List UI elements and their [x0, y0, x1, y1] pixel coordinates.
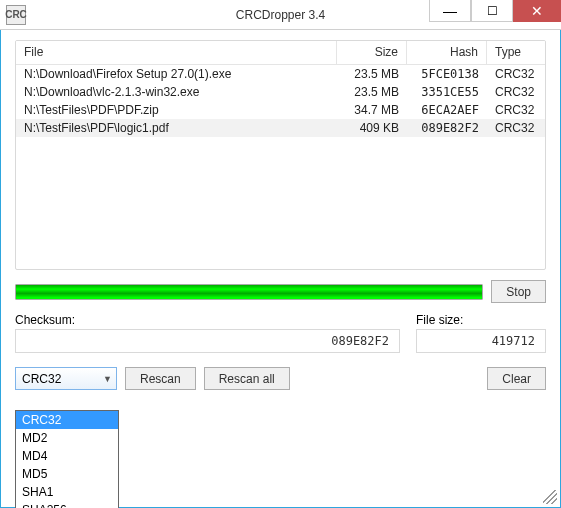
- file-type: CRC32: [487, 121, 545, 135]
- algorithm-selected: CRC32: [22, 372, 61, 386]
- file-path: N:\Download\vlc-2.1.3-win32.exe: [16, 85, 337, 99]
- table-row[interactable]: N:\TestFiles\PDF\logic1.pdf409 KB089E82F…: [16, 119, 545, 137]
- window-title: CRCDropper 3.4: [236, 8, 325, 22]
- table-row[interactable]: N:\Download\vlc-2.1.3-win32.exe23.5 MB33…: [16, 83, 545, 101]
- rescan-all-button[interactable]: Rescan all: [204, 367, 290, 390]
- file-list[interactable]: File Size Hash Type N:\Download\Firefox …: [15, 40, 546, 270]
- app-icon: CRC: [6, 5, 26, 25]
- file-list-header: File Size Hash Type: [16, 41, 545, 65]
- file-type: CRC32: [487, 67, 545, 81]
- algorithm-option[interactable]: MD5: [16, 465, 118, 483]
- file-hash: 089E82F2: [407, 121, 487, 135]
- progress-bar: [15, 284, 483, 300]
- checksum-value[interactable]: 089E82F2: [15, 329, 400, 353]
- file-hash: 6ECA2AEF: [407, 103, 487, 117]
- algorithm-dropdown[interactable]: CRC32MD2MD4MD5SHA1SHA256SHA384SHA512CRC1…: [15, 410, 119, 508]
- file-path: N:\Download\Firefox Setup 27.0(1).exe: [16, 67, 337, 81]
- table-row[interactable]: N:\TestFiles\PDF\PDF.zip34.7 MB6ECA2AEFC…: [16, 101, 545, 119]
- algorithm-option[interactable]: SHA256: [16, 501, 118, 508]
- stop-button[interactable]: Stop: [491, 280, 546, 303]
- file-hash: 3351CE55: [407, 85, 487, 99]
- filesize-label: File size:: [416, 313, 546, 327]
- clear-button[interactable]: Clear: [487, 367, 546, 390]
- titlebar[interactable]: CRC CRCDropper 3.4 — ☐ ✕: [0, 0, 561, 30]
- minimize-button[interactable]: —: [429, 0, 471, 22]
- file-hash: 5FCE0138: [407, 67, 487, 81]
- column-size[interactable]: Size: [337, 41, 407, 64]
- algorithm-select[interactable]: CRC32 ▼: [15, 367, 117, 390]
- algorithm-option[interactable]: MD2: [16, 429, 118, 447]
- window-body: File Size Hash Type N:\Download\Firefox …: [0, 30, 561, 508]
- algorithm-option[interactable]: CRC32: [16, 411, 118, 429]
- file-path: N:\TestFiles\PDF\PDF.zip: [16, 103, 337, 117]
- file-size: 23.5 MB: [337, 85, 407, 99]
- file-type: CRC32: [487, 103, 545, 117]
- file-size: 23.5 MB: [337, 67, 407, 81]
- table-row[interactable]: N:\Download\Firefox Setup 27.0(1).exe23.…: [16, 65, 545, 83]
- chevron-down-icon: ▼: [103, 374, 112, 384]
- file-path: N:\TestFiles\PDF\logic1.pdf: [16, 121, 337, 135]
- column-hash[interactable]: Hash: [407, 41, 487, 64]
- file-type: CRC32: [487, 85, 545, 99]
- column-type[interactable]: Type: [487, 41, 545, 64]
- close-button[interactable]: ✕: [513, 0, 561, 22]
- file-size: 34.7 MB: [337, 103, 407, 117]
- filesize-value[interactable]: 419712: [416, 329, 546, 353]
- checksum-label: Checksum:: [15, 313, 416, 327]
- resize-grip[interactable]: [543, 490, 557, 504]
- file-size: 409 KB: [337, 121, 407, 135]
- maximize-button[interactable]: ☐: [471, 0, 513, 22]
- column-file[interactable]: File: [16, 41, 337, 64]
- rescan-button[interactable]: Rescan: [125, 367, 196, 390]
- algorithm-option[interactable]: MD4: [16, 447, 118, 465]
- algorithm-option[interactable]: SHA1: [16, 483, 118, 501]
